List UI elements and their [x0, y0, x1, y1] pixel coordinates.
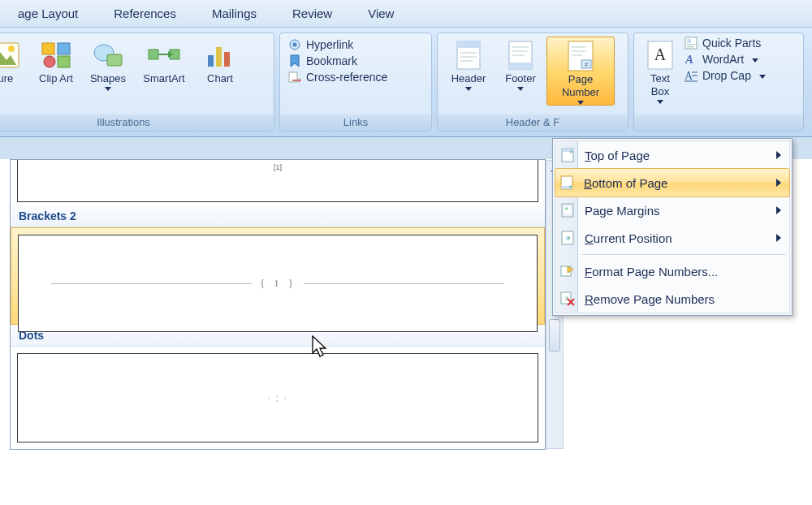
dropdown-icon	[465, 87, 472, 91]
page-current-icon: #	[559, 230, 576, 246]
menu-bottom-of-page[interactable]: # Bottom of Page	[555, 168, 790, 197]
quickparts-button[interactable]: Quick Parts	[685, 37, 766, 50]
page-margins-icon: #	[559, 202, 576, 218]
group-links: Hyperlink Bookmark Cross-reference Links	[279, 32, 432, 132]
format-icon	[559, 263, 576, 279]
header-icon	[456, 38, 481, 72]
picture-button[interactable]: ture	[0, 37, 30, 100]
clipart-icon	[41, 38, 71, 72]
header-label: Header	[451, 72, 486, 85]
picture-label: ture	[0, 72, 13, 85]
bookmark-icon	[288, 54, 301, 67]
smartart-button[interactable]: SmartArt	[134, 37, 194, 100]
header-button[interactable]: Header	[443, 37, 495, 100]
svg-rect-20	[457, 41, 480, 48]
dropdown-icon	[752, 58, 758, 63]
bookmark-label: Bookmark	[306, 54, 357, 67]
menu-separator	[581, 254, 786, 255]
page-bottom-icon: #	[559, 175, 575, 191]
shapes-icon	[93, 38, 123, 72]
menu-remove-page-numbers[interactable]: # Remove Page Numbers	[555, 285, 789, 313]
wordart-icon: A	[685, 53, 698, 66]
dropdown-icon	[577, 101, 584, 105]
menu-current-position[interactable]: # Current Position	[555, 224, 789, 252]
page-number-icon: #	[568, 39, 594, 73]
menu-top-of-page[interactable]: # Top of Page	[555, 141, 789, 169]
svg-text:A: A	[685, 53, 693, 66]
menu-format-page-numbers[interactable]: Format Page Numbers...	[555, 257, 789, 285]
tab-review[interactable]: Review	[274, 6, 350, 20]
group-text: A Text Box Quick Parts A WordArt A Drop …	[633, 32, 804, 132]
textbox-button[interactable]: A Text Box	[639, 37, 681, 104]
preview-page-number: 1	[274, 277, 282, 290]
dropdown-icon	[517, 87, 524, 91]
gallery-item-brackets2[interactable]: {1}	[11, 227, 545, 325]
chart-icon	[206, 38, 234, 72]
svg-marker-18	[299, 78, 301, 83]
hyperlink-icon	[288, 38, 301, 51]
footer-button[interactable]: Footer	[495, 37, 546, 100]
tab-view[interactable]: View	[350, 6, 412, 20]
textbox-icon: A	[647, 38, 673, 72]
ribbon: ture Clip Art Shapes SmartArt	[0, 28, 812, 137]
textbox-label: Text Box	[641, 72, 680, 98]
svg-rect-4	[58, 43, 70, 54]
gallery-item-partial[interactable]: [1]	[17, 160, 538, 202]
footer-label: Footer	[505, 72, 536, 85]
shapes-button[interactable]: Shapes	[82, 37, 134, 100]
svg-point-16	[293, 43, 297, 47]
gallery-item-brackets2-title: Brackets 2	[11, 205, 545, 227]
svg-rect-12	[208, 55, 214, 67]
svg-rect-40	[687, 46, 693, 48]
hyperlink-button[interactable]: Hyperlink	[288, 38, 387, 51]
scrollbar-thumb[interactable]	[549, 319, 560, 352]
svg-rect-3	[42, 43, 54, 54]
menu-page-margins[interactable]: # Page Margins	[555, 196, 789, 224]
quickparts-icon	[685, 37, 698, 50]
group-illustrations: ture Clip Art Shapes SmartArt	[0, 32, 274, 132]
svg-rect-6	[58, 56, 70, 67]
menu-margins-label: Page Margins	[585, 204, 660, 218]
picture-icon	[0, 38, 19, 72]
preview-brackets: {1}	[252, 277, 304, 290]
menu-format-label: Format Page Numbers...	[585, 265, 718, 278]
menu-top-label: Top of Page	[585, 149, 650, 162]
page-number-gallery: [1] Brackets 2 {1} Dots · ; ·	[10, 159, 546, 450]
page-number-label: Page Number	[549, 73, 612, 99]
group-text-label	[634, 114, 803, 131]
gallery-item-dots[interactable]: · ; ·	[17, 353, 538, 442]
quickparts-label: Quick Parts	[702, 37, 761, 50]
svg-rect-9	[149, 50, 158, 59]
bookmark-button[interactable]: Bookmark	[288, 54, 387, 67]
submenu-arrow-icon	[776, 206, 781, 214]
crossref-button[interactable]: Cross-reference	[288, 71, 387, 84]
svg-rect-14	[224, 52, 230, 67]
mouse-cursor	[312, 335, 330, 358]
submenu-arrow-icon	[776, 151, 781, 159]
crossref-label: Cross-reference	[306, 71, 387, 84]
tab-mailings[interactable]: Mailings	[194, 6, 274, 20]
preview-dots: · ; ·	[267, 393, 287, 403]
clipart-button[interactable]: Clip Art	[30, 37, 82, 100]
svg-rect-39	[687, 44, 695, 45]
shapes-label: Shapes	[90, 72, 126, 85]
svg-text:#: #	[568, 235, 570, 240]
dropdown-icon	[657, 100, 663, 104]
chart-button[interactable]: Chart	[194, 37, 246, 100]
clipart-label: Clip Art	[39, 72, 73, 85]
dropcap-icon: A	[685, 69, 698, 82]
crossref-icon	[288, 71, 301, 84]
tab-references[interactable]: References	[96, 6, 194, 20]
svg-marker-62	[313, 336, 326, 356]
dropdown-icon	[759, 75, 766, 79]
smartart-icon	[148, 38, 180, 72]
dropcap-button[interactable]: A Drop Cap	[685, 69, 766, 82]
wordart-button[interactable]: A WordArt	[685, 53, 766, 66]
page-number-button[interactable]: # Page Number	[546, 37, 615, 106]
svg-rect-8	[107, 54, 122, 66]
svg-text:#: #	[565, 296, 568, 301]
page-number-menu: # Top of Page # Bottom of Page # Page Ma…	[552, 138, 793, 316]
wordart-label: WordArt	[702, 53, 744, 66]
tab-page-layout[interactable]: age Layout	[0, 6, 96, 20]
footer-icon	[508, 38, 533, 72]
